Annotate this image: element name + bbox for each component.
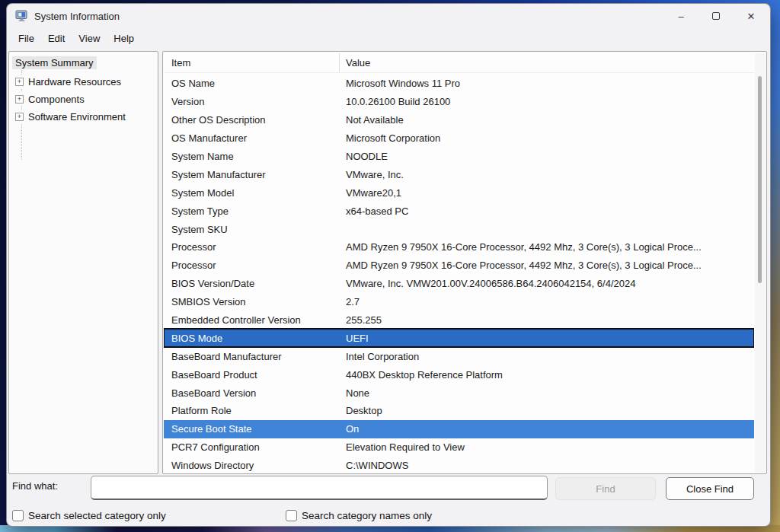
table-row[interactable]: System ModelVMware20,1 bbox=[164, 183, 754, 202]
menu-bar: File Edit View Help bbox=[7, 28, 770, 48]
table-row[interactable]: Version10.0.26100 Build 26100 bbox=[164, 93, 754, 111]
table-row[interactable]: BIOS Version/DateVMware, Inc. VMW201.00V… bbox=[164, 275, 754, 293]
row-item-label: System Type bbox=[164, 205, 339, 217]
row-value-label: Desktop bbox=[339, 405, 754, 416]
expand-plus-icon[interactable]: + bbox=[15, 95, 24, 104]
table-row[interactable]: Secure Boot StateOn bbox=[164, 420, 754, 438]
system-information-window: System Information – ✕ File Edit View He… bbox=[6, 3, 771, 527]
row-item-label: OS Name bbox=[164, 78, 339, 89]
column-header-value[interactable]: Value bbox=[339, 53, 754, 72]
row-value-label: 2.7 bbox=[339, 296, 754, 307]
row-value-label: UEFI bbox=[339, 333, 754, 344]
menu-view[interactable]: View bbox=[72, 30, 107, 46]
row-item-label: Windows Directory bbox=[164, 460, 339, 471]
table-row[interactable]: ProcessorAMD Ryzen 9 7950X 16-Core Proce… bbox=[164, 256, 754, 275]
search-category-names-label: Search category names only bbox=[302, 510, 432, 521]
row-item-label: BIOS Version/Date bbox=[164, 278, 339, 289]
msinfo-app-icon bbox=[15, 10, 28, 22]
row-item-label: Processor bbox=[164, 241, 339, 253]
title-bar[interactable]: System Information – ✕ bbox=[7, 4, 770, 28]
scrollbar-thumb[interactable] bbox=[758, 76, 762, 283]
table-body: OS NameMicrosoft Windows 11 ProVersion10… bbox=[164, 75, 754, 473]
table-row[interactable]: Platform RoleDesktop bbox=[164, 402, 754, 420]
row-item-label: BaseBoard Product bbox=[164, 369, 339, 381]
row-item-label: Version bbox=[164, 96, 339, 107]
table-row[interactable]: Other OS DescriptionNot Available bbox=[164, 111, 754, 129]
row-value-label: VMware, Inc. bbox=[339, 169, 754, 180]
table-row[interactable]: BIOS ModeUEFI bbox=[164, 329, 754, 347]
row-item-label: Embedded Controller Version bbox=[164, 314, 339, 326]
row-value-label: Microsoft Windows 11 Pro bbox=[339, 78, 754, 89]
tree-item-label: Components bbox=[28, 94, 85, 105]
row-item-label: BaseBoard Version bbox=[164, 387, 339, 399]
desktop-background: System Information – ✕ File Edit View He… bbox=[0, 0, 780, 532]
find-input[interactable] bbox=[91, 476, 548, 500]
row-item-label: PCR7 Configuration bbox=[164, 441, 339, 453]
table-row[interactable]: Windows DirectoryC:\WINDOWS bbox=[164, 457, 754, 473]
row-item-label: System Model bbox=[164, 187, 339, 199]
row-value-label: VMware, Inc. VMW201.00V.24006586.B64.240… bbox=[339, 278, 754, 289]
row-item-label: System Name bbox=[164, 151, 339, 162]
table-row[interactable]: OS ManufacturerMicrosoft Corporation bbox=[164, 129, 754, 148]
find-button[interactable]: Find bbox=[555, 477, 656, 500]
tree-item-software-environment[interactable]: + Software Environment bbox=[15, 110, 126, 123]
row-value-label: 10.0.26100 Build 26100 bbox=[339, 96, 754, 107]
close-icon: ✕ bbox=[747, 11, 756, 22]
expand-plus-icon[interactable]: + bbox=[15, 78, 24, 86]
tree-item-components[interactable]: + Components bbox=[15, 92, 85, 106]
tree-root-label: System Summary bbox=[12, 56, 97, 69]
row-value-label: Not Available bbox=[339, 114, 754, 126]
row-value-label: On bbox=[339, 423, 754, 435]
row-item-label: System SKU bbox=[164, 224, 339, 235]
minimize-icon: – bbox=[678, 11, 683, 22]
table-row[interactable]: BaseBoard ManufacturerIntel Corporation bbox=[164, 347, 754, 365]
maximize-button[interactable] bbox=[698, 4, 734, 28]
close-button[interactable]: ✕ bbox=[734, 4, 769, 28]
row-value-label: Intel Corporation bbox=[339, 351, 754, 362]
row-item-label: Secure Boot State bbox=[164, 423, 339, 435]
row-value-label: Elevation Required to View bbox=[339, 441, 754, 453]
row-item-label: Other OS Description bbox=[164, 114, 339, 126]
table-row[interactable]: SMBIOS Version2.7 bbox=[164, 293, 754, 311]
tree-item-label: Hardware Resources bbox=[28, 76, 121, 88]
search-options-row: Search selected category only Search cat… bbox=[7, 508, 770, 524]
table-row[interactable]: OS NameMicrosoft Windows 11 Pro bbox=[164, 75, 754, 93]
search-selected-category-label: Search selected category only bbox=[28, 510, 166, 521]
table-row[interactable]: System NameNOODLE bbox=[164, 148, 754, 166]
menu-help[interactable]: Help bbox=[107, 30, 141, 46]
tree-item-hardware-resources[interactable]: + Hardware Resources bbox=[15, 75, 121, 88]
row-item-label: Processor bbox=[164, 260, 339, 271]
table-row[interactable]: System SKU bbox=[164, 220, 754, 238]
row-value-label: 255.255 bbox=[339, 314, 754, 326]
row-value-label: Microsoft Corporation bbox=[339, 132, 754, 144]
table-row[interactable]: BaseBoard VersionNone bbox=[164, 384, 754, 402]
minimize-button[interactable]: – bbox=[663, 4, 698, 28]
table-row[interactable]: System Typex64-based PC bbox=[164, 202, 754, 220]
search-selected-category-checkbox[interactable] bbox=[12, 510, 24, 521]
table-row[interactable]: ProcessorAMD Ryzen 9 7950X 16-Core Proce… bbox=[164, 238, 754, 256]
maximize-icon bbox=[712, 12, 720, 20]
menu-file[interactable]: File bbox=[11, 30, 41, 46]
row-value-label: None bbox=[339, 387, 754, 399]
row-value-label: VMware20,1 bbox=[339, 187, 754, 199]
details-table-panel: Item Value OS NameMicrosoft Windows 11 P… bbox=[162, 51, 767, 474]
row-item-label: BIOS Mode bbox=[164, 333, 339, 344]
table-row[interactable]: System ManufacturerVMware, Inc. bbox=[164, 165, 754, 183]
table-row[interactable]: PCR7 ConfigurationElevation Required to … bbox=[164, 438, 754, 457]
row-item-label: SMBIOS Version bbox=[164, 296, 339, 307]
row-value-label: AMD Ryzen 9 7950X 16-Core Processor, 449… bbox=[339, 241, 754, 253]
row-item-label: OS Manufacturer bbox=[164, 132, 339, 144]
vertical-scrollbar[interactable] bbox=[755, 53, 766, 473]
menu-edit[interactable]: Edit bbox=[41, 30, 72, 46]
find-what-label: Find what: bbox=[12, 480, 58, 492]
tree-item-system-summary[interactable]: System Summary bbox=[12, 56, 97, 69]
search-category-names-checkbox[interactable] bbox=[286, 510, 297, 521]
table-row[interactable]: BaseBoard Product440BX Desktop Reference… bbox=[164, 365, 754, 384]
row-value-label: C:\WINDOWS bbox=[339, 460, 754, 471]
column-header-item[interactable]: Item bbox=[164, 57, 339, 68]
row-item-label: BaseBoard Manufacturer bbox=[164, 351, 339, 362]
expand-plus-icon[interactable]: + bbox=[15, 113, 24, 121]
close-find-button[interactable]: Close Find bbox=[666, 477, 754, 500]
row-item-label: Platform Role bbox=[164, 405, 339, 416]
table-row[interactable]: Embedded Controller Version255.255 bbox=[164, 311, 754, 330]
